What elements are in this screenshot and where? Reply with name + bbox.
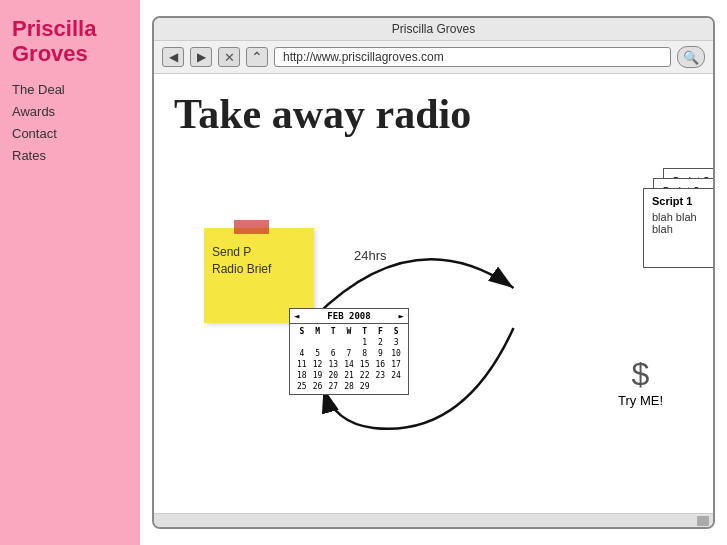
page-heading: Take away radio [174,90,693,138]
browser-content: Take away radio [154,74,713,513]
site-title-line1: Priscilla [12,16,96,41]
close-button[interactable]: ✕ [218,47,240,67]
sidebar-item-contact[interactable]: Contact [12,123,128,145]
forward-button[interactable]: ▶ [190,47,212,67]
browser-toolbar: ◀ ▶ ✕ ⌃ 🔍 [154,41,713,74]
url-bar[interactable] [274,47,671,67]
sidebar-item-rates[interactable]: Rates [12,145,128,167]
try-me-label: Try ME! [618,393,663,408]
search-button[interactable]: 🔍 [677,46,705,68]
sidebar: Priscilla Groves The Deal Awards Contact… [0,0,140,545]
browser-titlebar: Priscilla Groves [154,18,713,41]
browser-window: Priscilla Groves ◀ ▶ ✕ ⌃ 🔍 Take away rad… [152,16,715,529]
calendar-body: SMTWTFS 123 45678910 11121314151617 1819… [290,324,408,394]
browser-scrollbar[interactable] [154,513,713,527]
label-24hrs: 24hrs [354,248,387,263]
script-1-label: Script 1 [652,195,713,207]
sidebar-item-awards[interactable]: Awards [12,101,128,123]
main-area: Priscilla Groves ◀ ▶ ✕ ⌃ 🔍 Take away rad… [140,0,727,545]
site-title-line2: Groves [12,41,88,66]
sidebar-nav: The Deal Awards Contact Rates [12,79,128,167]
calendar-next[interactable]: ► [399,311,404,321]
sidebar-item-the-deal[interactable]: The Deal [12,79,128,101]
dollar-icon: $ [618,356,663,393]
try-me[interactable]: $ Try ME! [618,356,663,408]
sticky-note-tape [234,220,269,234]
scrollbar-corner [697,516,709,526]
script-1-body: blah blahblah [652,211,713,235]
home-button[interactable]: ⌃ [246,47,268,67]
calendar-month: FEB 2008 [327,311,370,321]
browser-title: Priscilla Groves [392,22,475,36]
back-button[interactable]: ◀ [162,47,184,67]
sticky-note-text: Send PRadio Brief [212,244,306,278]
diagram: Send PRadio Brief ◄ FEB 2008 ► SMTWTFS [174,158,693,458]
script-card-1: Script 1 blah blahblah [643,188,713,268]
site-title: Priscilla Groves [12,16,128,67]
calendar-prev[interactable]: ◄ [294,311,299,321]
calendar: ◄ FEB 2008 ► SMTWTFS 123 45678910 111213… [289,308,409,395]
calendar-header: ◄ FEB 2008 ► [290,309,408,324]
